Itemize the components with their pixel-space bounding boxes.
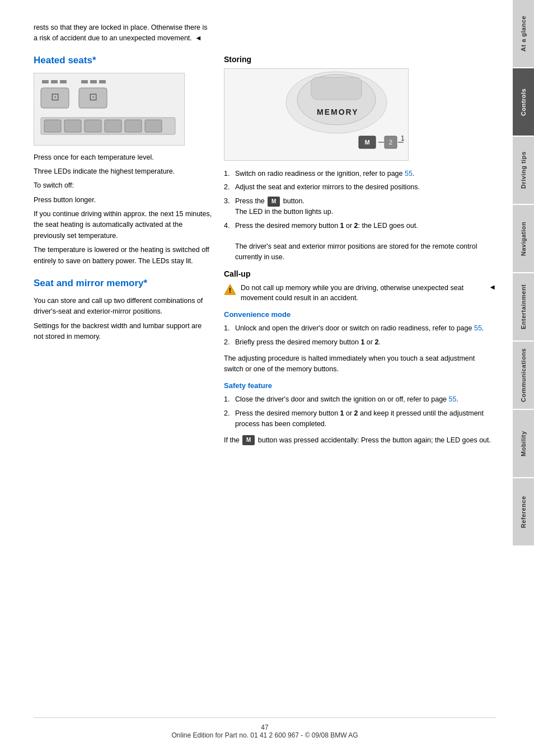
- svg-rect-2: [60, 80, 67, 83]
- svg-text:!: !: [229, 286, 231, 295]
- convenience-mode-title: Convenience mode: [224, 310, 496, 319]
- intro-paragraph: rests so that they are locked in place. …: [34, 24, 208, 42]
- safety-steps: 1. Close the driver's door and switch th…: [224, 394, 496, 429]
- seat-memory-section: Seat and mirror memory* You can store an…: [34, 278, 213, 343]
- heated-seats-image: ⊡ ⊡: [34, 73, 185, 146]
- callup-warning-box: ! Do not call up memory while you are dr…: [224, 283, 496, 304]
- seat-memory-title: Seat and mirror memory*: [34, 278, 213, 289]
- svg-rect-1: [51, 80, 58, 83]
- callup-section: Call-up ! Do not call up memory while yo…: [224, 269, 496, 304]
- svg-rect-4: [90, 80, 97, 83]
- heated-para3: To switch off:: [34, 180, 213, 191]
- page-footer: 47 Online Edition for Part no. 01 41 2 6…: [34, 717, 496, 739]
- callup-warning-text: Do not call up memory while you are driv…: [241, 283, 484, 304]
- convenience-steps: 1. Unlock and open the driver's door or …: [224, 323, 496, 348]
- heated-para4: Press button longer.: [34, 195, 213, 206]
- heated-seats-title: Heated seats*: [34, 55, 213, 66]
- convenience-para: The adjusting procedure is halted immedi…: [224, 353, 496, 375]
- storing-page-ref-1[interactable]: 55: [405, 170, 413, 178]
- heated-seats-diagram: ⊡ ⊡: [36, 76, 182, 143]
- safety-page-ref-1[interactable]: 55: [449, 395, 457, 403]
- svg-rect-3: [81, 80, 88, 83]
- svg-text:1: 1: [401, 134, 405, 142]
- svg-rect-11: [44, 120, 61, 132]
- svg-text:⊡: ⊡: [51, 91, 59, 102]
- right-column: Storing MEMORY M: [224, 55, 496, 701]
- safety-para: If the M button was pressed accidentally…: [224, 435, 496, 446]
- heated-para1: Press once for each temperature level.: [34, 152, 213, 163]
- sidebar-tab-reference[interactable]: Reference: [513, 478, 534, 545]
- convenience-step-2: 2. Briefly press the desired memory butt…: [224, 337, 496, 348]
- callup-title: Call-up: [224, 269, 496, 278]
- m-button-inline-1: M: [268, 197, 280, 207]
- svg-rect-14: [105, 120, 121, 132]
- memory-image: MEMORY M 2 1: [224, 68, 409, 161]
- seat-memory-para2: Settings for the backrest width and lumb…: [34, 321, 213, 343]
- safety-step-2: 2. Press the desired memory button 1 or …: [224, 408, 496, 430]
- seat-memory-para1: You can store and call up two different …: [34, 296, 213, 318]
- svg-rect-5: [99, 80, 106, 83]
- convenience-mode-section: Convenience mode 1. Unlock and open the …: [224, 310, 496, 375]
- callup-end-marker: ◄: [489, 283, 496, 291]
- convenience-page-ref-1[interactable]: 55: [474, 324, 482, 332]
- storing-step-4: 4. Press the desired memory button 1 or …: [224, 221, 496, 263]
- convenience-step-1: 1. Unlock and open the driver's door or …: [224, 323, 496, 334]
- page-layout: Heated seats* ⊡: [34, 55, 496, 701]
- footer-text: Online Edition for Part no. 01 41 2 600 …: [171, 731, 358, 739]
- intro-text: rests so that they are locked in place. …: [34, 22, 213, 44]
- sidebar-tab-mobility[interactable]: Mobility: [513, 410, 534, 477]
- sidebar-tab-at-a-glance[interactable]: At a glance: [513, 0, 534, 67]
- safety-feature-section: Safety feature 1. Close the driver's doo…: [224, 381, 496, 446]
- sidebar-tab-controls[interactable]: Controls: [513, 68, 534, 136]
- svg-rect-13: [85, 120, 101, 132]
- heated-para2: Three LEDs indicate the highest temperat…: [34, 166, 213, 177]
- sidebar-tab-driving-tips[interactable]: Driving tips: [513, 137, 534, 204]
- m-button-inline-2: M: [242, 435, 255, 445]
- page-number: 47: [261, 724, 268, 731]
- end-marker: ◄: [195, 34, 202, 42]
- svg-text:2: 2: [389, 139, 392, 146]
- svg-text:M: M: [364, 139, 369, 146]
- sidebar-tab-communications[interactable]: Communications: [513, 342, 534, 409]
- safety-feature-title: Safety feature: [224, 381, 496, 390]
- storing-steps: 1. Switch on radio readiness or the igni…: [224, 169, 496, 263]
- svg-rect-16: [145, 120, 162, 132]
- heated-para6: The temperature is lowered or the heatin…: [34, 245, 213, 267]
- main-content: rests so that they are locked in place. …: [0, 0, 513, 756]
- svg-rect-12: [64, 120, 81, 132]
- svg-text:⊡: ⊡: [89, 91, 97, 102]
- storing-step-1: 1. Switch on radio readiness or the igni…: [224, 169, 496, 179]
- svg-rect-0: [42, 80, 49, 83]
- sidebar-tab-navigation[interactable]: Navigation: [513, 205, 534, 272]
- warning-icon: !: [224, 283, 236, 296]
- left-column: Heated seats* ⊡: [34, 55, 213, 701]
- svg-rect-19: [311, 77, 362, 100]
- safety-step-1: 1. Close the driver's door and switch th…: [224, 394, 496, 405]
- storing-step-3: 3. Press the M button.The LED in the but…: [224, 196, 496, 217]
- storing-title: Storing: [224, 55, 496, 64]
- sidebar: At a glance Controls Driving tips Naviga…: [513, 0, 534, 756]
- heated-para5: If you continue driving within approx. t…: [34, 209, 213, 241]
- svg-rect-15: [125, 120, 142, 132]
- sidebar-tab-entertainment[interactable]: Entertainment: [513, 273, 534, 340]
- memory-diagram: MEMORY M 2 1: [224, 69, 409, 161]
- heated-seats-section: Heated seats* ⊡: [34, 55, 213, 267]
- svg-text:MEMORY: MEMORY: [317, 108, 358, 116]
- storing-step-2: 2. Adjust the seat and exterior mirrors …: [224, 182, 496, 193]
- storing-section: Storing MEMORY M: [224, 55, 496, 263]
